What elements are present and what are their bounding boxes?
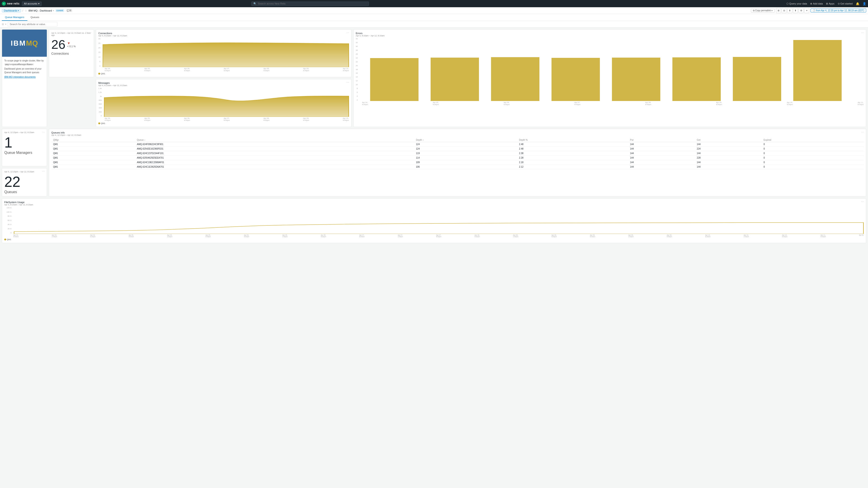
settings-icon[interactable]: ⚙ — [799, 8, 804, 13]
queue-managers-metric-card: ··· Apr 4, 12:15pm – Apr 12, 8:15am 1 Qu… — [2, 129, 47, 166]
table-row: QM1AMQ.62542E162360FE011242.481442240 — [51, 147, 864, 151]
table-row: QM1AMQ.624C19EC2588AF011092.181441440 — [51, 160, 864, 165]
queues-date-range: Apr 4, 12:15pm – Apr 12, 8:15am — [4, 170, 44, 173]
filter-input[interactable] — [8, 22, 57, 26]
filesystem-date: Apr 4, 8:15am – Apr 12, 8:15am — [4, 203, 864, 206]
nav-actions: ⬡ Query your data ⊕ Add data ⊞ Apps ⊙ Ge… — [786, 2, 866, 5]
filesystem-card: ··· FileSystem Usage Apr 4, 8:15am – Apr… — [2, 198, 866, 243]
brand-name: new relic — [7, 2, 20, 5]
connections-chart-legend: QM1 — [101, 72, 105, 75]
search-input[interactable] — [258, 2, 367, 5]
col-put: Put — [628, 138, 695, 142]
filter-desc: To scope page to single cluster, filter … — [4, 59, 44, 66]
query-action[interactable]: ⬡ Query your data — [786, 2, 807, 5]
dashboards-link[interactable]: Dashboards ▾ — [2, 9, 21, 12]
clock-icon: 🕐 — [813, 9, 815, 12]
table-row: QM1AMQ.624C1E3625D6A7011062.121441440 — [51, 165, 864, 169]
connections-metric-card: ··· Apr 4, 12:15pm – Apr 12, 8:15am vs. … — [49, 29, 94, 77]
queues-label: Queues — [4, 190, 44, 194]
card-more-button[interactable]: ··· — [346, 31, 349, 34]
connections-change: < 0.1 % — [67, 45, 76, 48]
queues-metric-card: ··· Apr 4, 12:15pm – Apr 12, 8:15am 22 Q… — [2, 168, 47, 197]
svg-rect-4 — [612, 58, 660, 101]
tabs-bar: Queue Managers Queues — [0, 14, 868, 21]
chevron-down-icon: ▾ — [53, 9, 54, 12]
toolbar-right: ⧉ Copy permalink ▾ ⊞ ⊟ ⬇ ⬆ ⚙ + 🕐 from Ap… — [751, 8, 866, 13]
zoom-out-icon[interactable]: ⊟ — [782, 8, 786, 13]
errors-chart-date: Apr 4, 8:15am – Apr 12, 8:15am — [356, 35, 864, 37]
ibm-mq-card: IBM MQ To scope page to single cluster, … — [2, 29, 47, 127]
connections-chart-title: Connections — [98, 32, 349, 35]
add-data-action[interactable]: ⊕ Add data — [810, 2, 823, 5]
tab-queue-managers[interactable]: Queue Managers — [2, 14, 27, 21]
table-row: QM1AMQ.62554625E5EEA7011142.281442280 — [51, 156, 864, 160]
svg-rect-2 — [491, 57, 539, 101]
svg-rect-5 — [672, 57, 721, 101]
card-more-button[interactable]: ··· — [42, 130, 45, 133]
down-arrow-icon: ▼ — [67, 41, 76, 45]
queues-info-date: Apr 4, 12:15pm – Apr 12, 8:15am — [51, 134, 864, 136]
get-started-action[interactable]: ⊙ Get started — [838, 2, 852, 5]
card-more-button[interactable]: ··· — [346, 80, 349, 84]
svg-rect-7 — [793, 40, 842, 101]
search-container: 🔍 — [251, 2, 369, 6]
errors-chart-card: ··· Errors Apr 4, 8:15am – Apr 12, 8:15a… — [353, 29, 866, 127]
card-more-button[interactable]: ··· — [861, 31, 864, 34]
integration-docs-link[interactable]: IBM-MQ integration documents — [4, 75, 35, 79]
qm-label: Queue Managers — [4, 151, 44, 155]
card-more-button[interactable]: ··· — [89, 31, 92, 34]
ibm-logo: IBM — [11, 39, 26, 47]
connections-label: Connections — [51, 52, 92, 55]
accounts-dropdown[interactable]: All accounts ▾ — [22, 2, 41, 6]
col-depth: Depth ↕ — [414, 138, 517, 142]
add-widget-icon[interactable]: + — [804, 8, 809, 13]
notifications-icon[interactable]: 🔔 — [856, 2, 860, 5]
breadcrumb-sep: / — [22, 9, 23, 12]
svg-rect-6 — [733, 57, 781, 101]
messages-chart-title: Messages — [98, 82, 349, 84]
dashboard-desc: Dashboard gives an overview of your Queu… — [4, 67, 44, 74]
card-more-button[interactable]: ··· — [861, 130, 864, 133]
time-range[interactable]: 🕐 from Apr 4, 12:20 pm to Apr 12, 08:19 … — [811, 8, 866, 12]
svg-rect-1 — [431, 58, 479, 101]
qm-value: 1 — [4, 135, 44, 150]
filesystem-legend: QM1 — [7, 238, 11, 240]
connections-date-range: Apr 4, 12:15pm – Apr 12, 8:15am vs. 1 ho… — [51, 32, 92, 36]
col-qmgr: QMgr — [51, 138, 135, 142]
col-get: Get — [695, 138, 762, 142]
queues-info-card: ··· Queues info Apr 4, 12:15pm – Apr 12,… — [49, 129, 866, 197]
filter-bar: ⊟ ▾ — [0, 21, 868, 28]
col-queue: Queue ↕ — [135, 138, 414, 142]
messages-chart-legend: QM1 — [101, 122, 105, 125]
dashboard-name[interactable]: IBM MQ - Dashboard ▾ — [29, 9, 54, 12]
view-mode-icon[interactable]: ⊞ — [776, 8, 781, 13]
mq-logo: MQ — [26, 39, 38, 47]
chevron-down-icon: ▾ — [18, 9, 19, 12]
download-icon[interactable]: ⬇ — [787, 8, 792, 13]
filter-code: qmgr=<queueManagerName> — [4, 63, 34, 66]
filesystem-title: FileSystem Usage — [4, 201, 864, 203]
tab-queues[interactable]: Queues — [27, 14, 42, 21]
chevron-down-icon: ▾ — [38, 2, 39, 5]
help-icon: ⊙ — [838, 2, 840, 5]
messages-chart-card: ··· Messages Apr 4, 8:15am – Apr 12, 8:1… — [96, 79, 351, 127]
apps-action[interactable]: ⊞ Apps — [826, 2, 834, 5]
card-more-button[interactable]: ··· — [42, 170, 45, 173]
logo[interactable]: ● new relic — [2, 2, 20, 6]
comment-icon: 💬 — [67, 9, 70, 12]
star-icon[interactable]: ☆ — [25, 9, 27, 12]
queues-info-title: Queues info — [51, 131, 864, 134]
share-icon[interactable]: ⬆ — [793, 8, 798, 13]
logo-icon: ● — [2, 2, 6, 6]
connections-value: 26 — [51, 38, 65, 51]
connections-chart-card: ··· Connections Apr 4, 8:15am – Apr 12, … — [96, 29, 351, 77]
svg-rect-3 — [551, 58, 600, 101]
queues-info-table: QMgr Queue ↕ Depth ↕ Depth % Put Get Exp… — [51, 138, 864, 169]
grid-icon: ⊞ — [826, 2, 828, 5]
user-icon[interactable]: 👤 — [863, 2, 866, 5]
dashboard-bar: Dashboards ▾ / ☆ IBM MQ - Dashboard ▾ co… — [0, 7, 868, 14]
copy-permalink-button[interactable]: ⧉ Copy permalink ▾ — [751, 8, 775, 13]
filter-icon: ⊟ — [2, 23, 4, 26]
top-nav: ● new relic All accounts ▾ 🔍 ⬡ Query you… — [0, 0, 868, 7]
card-more-button[interactable]: ··· — [861, 200, 864, 203]
